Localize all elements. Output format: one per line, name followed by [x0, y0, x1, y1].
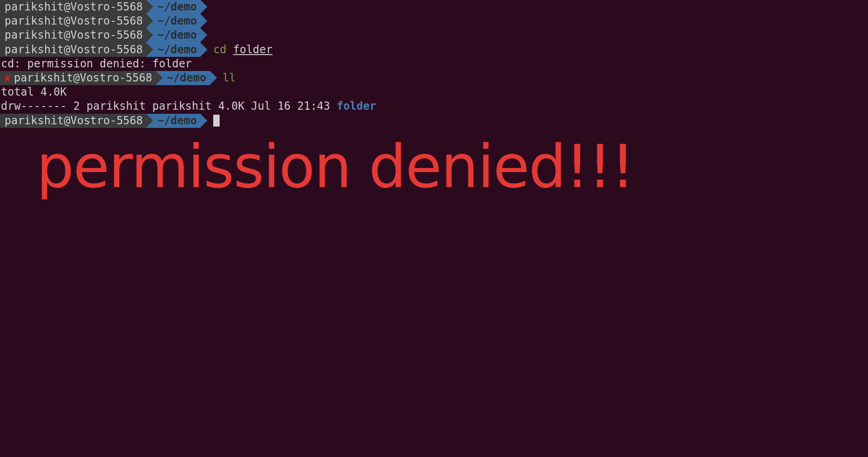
user-host-segment: parikshit@Vostro-5568	[0, 0, 146, 14]
user-host-segment: parikshit@Vostro-5568	[0, 114, 146, 128]
prompt-line: parikshit@Vostro-5568 ~/demo	[0, 0, 868, 14]
terminal-output[interactable]: parikshit@Vostro-5568 ~/demo parikshit@V…	[0, 0, 868, 128]
prompt-line-error: ✘ parikshit@Vostro-5568 ~/demo ll	[0, 71, 868, 85]
ll-total-line: total 4.0K	[0, 85, 868, 99]
path-segment: ~/demo	[146, 43, 200, 57]
path-text: ~/demo	[157, 114, 197, 128]
path-text: ~/demo	[157, 0, 197, 14]
path-segment: ~/demo	[146, 0, 200, 14]
error-output-line: cd: permission denied: folder	[0, 57, 868, 71]
group: parikshit	[152, 100, 211, 112]
folder-name: folder	[337, 100, 376, 112]
path-text: ~/demo	[157, 14, 197, 28]
user-host-text: parikshit@Vostro-5568	[5, 0, 143, 14]
prompt-line: parikshit@Vostro-5568 ~/demo cd folder	[0, 43, 868, 57]
command-area: cd folder	[213, 43, 272, 57]
command-name: cd	[213, 43, 226, 57]
link-count: 2	[73, 100, 80, 112]
path-segment: ~/demo	[156, 71, 210, 85]
user-host-text: parikshit@Vostro-5568	[5, 43, 143, 57]
user-host-text: parikshit@Vostro-5568	[5, 14, 143, 28]
prompt-line: parikshit@Vostro-5568 ~/demo	[0, 14, 868, 28]
size: 4.0K	[218, 100, 245, 112]
user-host-segment: parikshit@Vostro-5568	[0, 28, 146, 42]
total-text: total 4.0K	[1, 86, 67, 98]
cursor-icon[interactable]	[213, 115, 220, 127]
user-host-text: parikshit@Vostro-5568	[5, 28, 143, 42]
user-host-text: parikshit@Vostro-5568	[14, 71, 152, 85]
error-text: cd: permission denied: folder	[1, 57, 192, 70]
user-host-text: parikshit@Vostro-5568	[5, 114, 143, 128]
user-host-segment: parikshit@Vostro-5568	[0, 43, 146, 57]
path-segment: ~/demo	[146, 28, 200, 42]
path-text: ~/demo	[167, 71, 206, 85]
date: Jul 16 21:43	[251, 100, 330, 112]
prompt-line-current[interactable]: parikshit@Vostro-5568 ~/demo	[0, 114, 868, 128]
error-x-icon: ✘	[5, 71, 11, 85]
owner: parikshit	[87, 100, 146, 112]
path-text: ~/demo	[157, 28, 197, 42]
path-segment: ~/demo	[146, 14, 200, 28]
user-host-segment: parikshit@Vostro-5568	[0, 14, 146, 28]
annotation-overlay: permission denied!!!	[36, 132, 634, 201]
command-arg: folder	[233, 43, 273, 57]
user-host-segment: ✘ parikshit@Vostro-5568	[0, 71, 156, 85]
command-area: ll	[223, 71, 236, 85]
ll-entry-line: drw------- 2 parikshit parikshit 4.0K Ju…	[0, 99, 868, 113]
annotation-text: permission denied!!!	[36, 132, 634, 201]
path-text: ~/demo	[157, 43, 197, 57]
prompt-line: parikshit@Vostro-5568 ~/demo	[0, 28, 868, 42]
command-name: ll	[223, 71, 236, 85]
perms: drw-------	[1, 100, 67, 112]
path-segment: ~/demo	[146, 114, 200, 128]
